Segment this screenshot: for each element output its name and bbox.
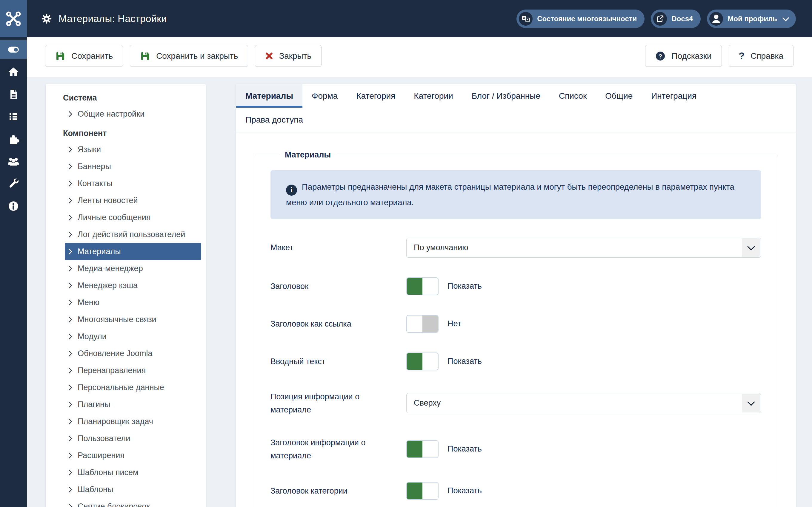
form-row: Заголовок категорииПоказать	[270, 482, 761, 500]
sidebar-item[interactable]: Персональные данные	[65, 379, 201, 396]
sidebar-item-label: Планировщик задач	[78, 417, 153, 426]
inline-help-button[interactable]: ? Подсказки	[645, 45, 721, 67]
tab[interactable]: Общие	[596, 84, 642, 108]
rail-item-home[interactable]	[0, 63, 27, 81]
toggle-switch[interactable]	[406, 440, 439, 458]
sidebar-item[interactable]: Медиа-менеджер	[65, 260, 201, 277]
sidebar-item[interactable]: Расширения	[65, 447, 201, 464]
chevron-right-icon	[66, 418, 72, 425]
close-label: Закрыть	[279, 51, 311, 61]
toggle-state-label: Показать	[448, 486, 482, 495]
inline-help-label: Подсказки	[671, 51, 711, 61]
select-field[interactable]: По умолчанию	[406, 238, 761, 258]
sidebar-item[interactable]: Многоязычные связи	[65, 311, 201, 328]
profile-label: Мой профиль	[727, 15, 777, 23]
form-row: Заголовок информации о материалеПоказать	[270, 436, 761, 462]
rail-item-menus[interactable]	[0, 107, 27, 126]
sidebar-item[interactable]: Лог действий пользователей	[65, 226, 201, 243]
sidebar-item[interactable]: Снятие блокировок	[65, 498, 201, 507]
sidebar-item[interactable]: Модули	[65, 328, 201, 345]
select-value: Сверху	[407, 398, 441, 408]
toggle-half-left	[407, 316, 422, 332]
rail-item-toggles[interactable]	[0, 40, 27, 59]
field-label: Позиция информации о материале	[270, 390, 406, 416]
chevron-right-icon	[66, 333, 72, 340]
sidebar-group-heading: Компонент	[63, 127, 206, 139]
sidebar-item[interactable]: Ленты новостей	[65, 192, 201, 209]
settings-sidebar: СистемаОбщие настройкиКомпонентЯзыкиБанн…	[45, 84, 206, 507]
chevron-right-icon	[66, 147, 72, 153]
info-alert-text: Параметры предназначены для макета стран…	[286, 182, 734, 207]
tab[interactable]: Права доступа	[236, 115, 312, 125]
select-field[interactable]: Сверху	[406, 393, 761, 413]
sidebar-item[interactable]: Перенаправления	[65, 362, 201, 379]
sidebar-item[interactable]: Личные сообщения	[65, 209, 201, 226]
close-button[interactable]: Закрыть	[255, 45, 321, 67]
sidebar-item-label: Персональные данные	[78, 383, 164, 392]
app-rail	[0, 0, 27, 507]
tab[interactable]: Форма	[302, 84, 347, 108]
save-icon	[140, 51, 150, 61]
rail-item-help[interactable]	[0, 197, 27, 215]
sidebar-item[interactable]: Материалы	[65, 243, 201, 260]
chevron-right-icon	[66, 469, 72, 476]
sidebar-item[interactable]: Контакты	[65, 175, 201, 192]
multilingual-status-button[interactable]: A * Состояние многоязычности	[516, 9, 645, 28]
home-icon	[7, 66, 19, 78]
joomla-logo[interactable]	[0, 0, 27, 37]
profile-button[interactable]: Мой профиль	[707, 9, 796, 28]
sidebar-item[interactable]: Баннеры	[65, 158, 201, 175]
info-icon: i	[286, 185, 297, 195]
settings-panel: МатериалыФормаКатегорияКатегорииБлог / И…	[236, 84, 796, 507]
sidebar-item[interactable]: Языки	[65, 141, 201, 158]
tab[interactable]: Категория	[347, 84, 405, 108]
sidebar-item-label: Контакты	[78, 179, 112, 188]
tab[interactable]: Материалы	[236, 84, 302, 108]
wrench-icon	[7, 178, 19, 190]
sidebar-item-label: Расширения	[78, 451, 124, 460]
chevron-right-icon	[66, 198, 72, 204]
toggle-switch[interactable]	[406, 482, 439, 500]
save-close-button[interactable]: Сохранить и закрыть	[130, 45, 248, 67]
tab[interactable]: Блог / Избранные	[462, 84, 550, 108]
tab[interactable]: Категории	[405, 84, 462, 108]
sidebar-item[interactable]: Общие настройки	[65, 106, 201, 123]
save-button[interactable]: Сохранить	[45, 45, 123, 67]
sidebar-item[interactable]: Шаблоны писем	[65, 464, 201, 481]
toggle-switch[interactable]	[406, 315, 439, 333]
sidebar-item-label: Шаблоны писем	[78, 468, 139, 477]
chevron-down-icon	[782, 14, 789, 21]
docs-button[interactable]: Docs4	[651, 9, 701, 28]
sidebar-item[interactable]: Пользователи	[65, 430, 201, 447]
chevron-down-icon	[747, 398, 755, 406]
toggle-half-right	[422, 441, 438, 457]
rail-item-content[interactable]	[0, 85, 27, 104]
chevron-right-icon	[66, 401, 72, 408]
rail-item-system[interactable]	[0, 174, 27, 193]
sidebar-item[interactable]: Шаблоны	[65, 481, 201, 498]
help-button[interactable]: ? Справка	[729, 45, 794, 67]
tab[interactable]: Список	[550, 84, 596, 108]
sidebar-item[interactable]: Планировщик задач	[65, 413, 201, 430]
sidebar-item[interactable]: Обновление Joomla	[65, 345, 201, 362]
sidebar-item[interactable]: Меню	[65, 294, 201, 311]
help-label: Справка	[751, 51, 783, 61]
toggle-switch[interactable]	[406, 352, 439, 371]
chevron-right-icon	[66, 231, 72, 238]
rail-item-components[interactable]	[0, 130, 27, 148]
field-control: По умолчанию	[406, 238, 761, 258]
sidebar-item-label: Медиа-менеджер	[78, 264, 143, 273]
sidebar-item[interactable]: Менеджер кэша	[65, 277, 201, 294]
chevron-right-icon	[66, 180, 72, 187]
chevron-down-icon	[747, 243, 755, 250]
toggle-switch[interactable]	[406, 277, 439, 295]
toggle-half-right	[422, 353, 438, 370]
rail-item-users[interactable]	[0, 152, 27, 171]
svg-text:?: ?	[659, 53, 662, 59]
form-row: МакетПо умолчанию	[270, 238, 761, 258]
tab[interactable]: Интеграция	[642, 84, 706, 108]
articles-fieldset: Материалы iПараметры предназначены для м…	[255, 150, 778, 507]
sidebar-item-label: Шаблоны	[78, 485, 113, 494]
question-circle-icon: ?	[655, 51, 665, 61]
sidebar-item[interactable]: Плагины	[65, 396, 201, 413]
